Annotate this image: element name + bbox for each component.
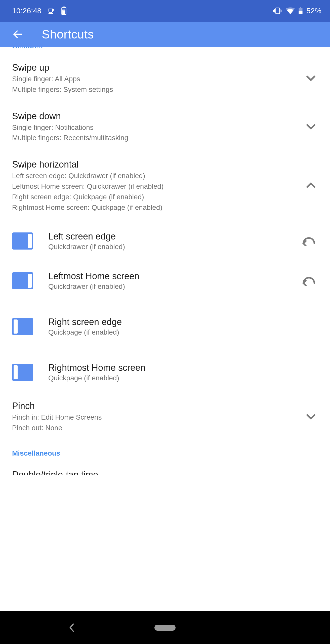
row-swipe-up[interactable]: Swipe up Single finger: All Apps Multipl… <box>0 48 330 102</box>
chevron-down-icon[interactable] <box>304 119 318 134</box>
page-title: Shortcuts <box>42 27 94 41</box>
subrow-title: Right screen edge <box>48 317 285 327</box>
subrow-right-screen-edge[interactable]: Right screen edge Quickpage (if enabled) <box>0 304 330 349</box>
status-bar: 10:26:48 <box>0 0 330 22</box>
subrow-title: Leftmost Home screen <box>48 271 285 281</box>
coffee-icon <box>48 7 55 15</box>
row-sub: Pinch out: None <box>12 423 304 433</box>
row-sub: Rightmost Home screen: Quickpage (if ena… <box>12 203 304 212</box>
row-sub: Leftmost Home screen: Quickdrawer (if en… <box>12 182 304 191</box>
toggle-right-edge[interactable] <box>12 318 33 335</box>
row-title: Swipe horizontal <box>12 159 304 170</box>
subrow-left-screen-edge[interactable]: Left screen edge Quickdrawer (if enabled… <box>0 220 330 258</box>
navigation-bar <box>0 611 330 644</box>
toggle-rightmost-home[interactable] <box>12 364 33 381</box>
subrow-title: Rightmost Home screen <box>48 363 285 373</box>
svg-rect-13 <box>299 11 302 14</box>
svg-rect-2 <box>63 7 65 8</box>
row-double-triple-tap[interactable]: Double/triple-tap time <box>0 459 330 475</box>
vibrate-icon <box>273 7 282 15</box>
row-title: Double/triple-tap time <box>12 469 98 475</box>
row-sub: Single finger: Notifications <box>12 123 304 132</box>
battery-percent: 52% <box>306 7 321 15</box>
battery-icon <box>298 7 303 15</box>
undo-icon[interactable] <box>300 276 318 286</box>
status-bar-left: 10:26:48 <box>12 7 67 15</box>
row-swipe-down[interactable]: Swipe down Single finger: Notifications … <box>0 102 330 151</box>
toggle-leftmost-home[interactable] <box>12 272 33 289</box>
content-scroll[interactable]: Gestures Swipe up Single finger: All App… <box>0 47 330 611</box>
row-sub: Single finger: All Apps <box>12 74 304 84</box>
subrow-rightmost-home-screen[interactable]: Rightmost Home screen Quickpage (if enab… <box>0 349 330 392</box>
row-sub: Pinch in: Edit Home Screens <box>12 413 304 422</box>
toggle-left-edge[interactable] <box>12 232 33 250</box>
row-swipe-horizontal[interactable]: Swipe horizontal Left screen edge: Quick… <box>0 151 330 220</box>
row-pinch[interactable]: Pinch Pinch in: Edit Home Screens Pinch … <box>0 392 330 441</box>
back-icon[interactable] <box>12 29 23 40</box>
chevron-down-icon[interactable] <box>304 410 318 424</box>
nav-home-pill[interactable] <box>154 625 176 631</box>
subrow-title: Left screen edge <box>48 231 285 242</box>
wifi-icon <box>286 7 295 14</box>
row-title: Swipe up <box>12 62 304 73</box>
status-bar-right: 52% <box>273 7 321 15</box>
battery-status-icon <box>61 7 67 15</box>
status-time: 10:26:48 <box>12 7 42 15</box>
svg-rect-3 <box>62 10 65 14</box>
row-title: Swipe down <box>12 110 304 122</box>
nav-back-icon[interactable] <box>68 623 75 632</box>
chevron-down-icon[interactable] <box>304 71 318 85</box>
row-sub: Left screen edge: Quickdrawer (if enable… <box>12 171 304 181</box>
subrow-sub: Quickdrawer (if enabled) <box>48 283 285 291</box>
subrow-sub: Quickdrawer (if enabled) <box>48 243 285 251</box>
row-sub: Multiple fingers: System settings <box>12 85 304 94</box>
chevron-up-icon[interactable] <box>304 178 318 192</box>
row-sub: Right screen edge: Quickpage (if enabled… <box>12 192 304 202</box>
svg-rect-12 <box>300 7 301 8</box>
undo-icon[interactable] <box>300 236 318 246</box>
row-sub: Multiple fingers: Recents/multitasking <box>12 133 304 143</box>
subrow-leftmost-home-screen[interactable]: Leftmost Home screen Quickdrawer (if ena… <box>0 258 330 304</box>
section-header-miscellaneous: Miscellaneous <box>0 441 330 459</box>
subrow-sub: Quickpage (if enabled) <box>48 374 285 382</box>
app-bar: Shortcuts <box>0 22 330 47</box>
svg-rect-6 <box>276 8 279 14</box>
subrow-sub: Quickpage (if enabled) <box>48 328 285 336</box>
row-title: Pinch <box>12 400 304 412</box>
